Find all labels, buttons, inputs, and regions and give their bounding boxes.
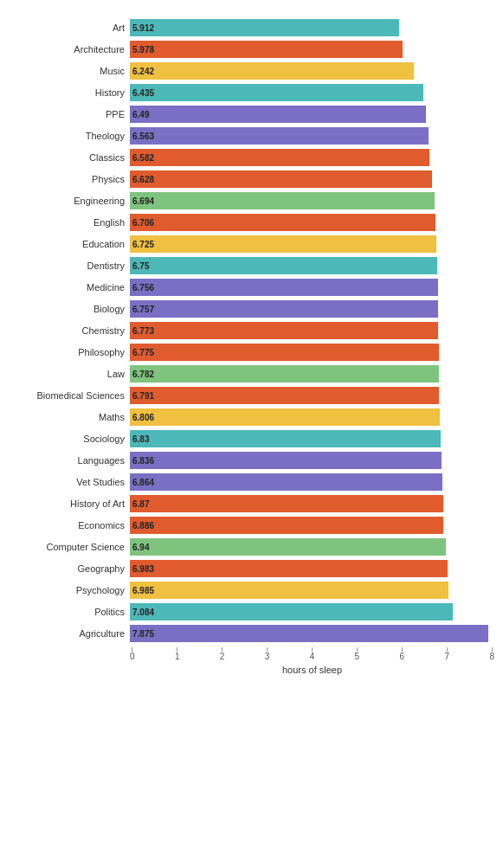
bar-wrapper: 6.94 — [130, 538, 494, 556]
bar-row: Art5.912 — [9, 17, 494, 38]
bar-row: Medicine6.756 — [9, 277, 494, 298]
bar-value-label: 6.563 — [130, 132, 154, 141]
bar-row: Engineering6.694 — [9, 190, 494, 211]
bar-value-label: 6.435 — [130, 88, 154, 98]
bar-label: Physics — [9, 174, 130, 184]
bar: 6.806 — [130, 408, 440, 426]
bar: 6.582 — [130, 149, 429, 166]
x-axis-label: hours of sleep — [130, 665, 494, 675]
bar-wrapper: 6.757 — [130, 300, 494, 318]
bar: 6.983 — [130, 560, 448, 577]
bar-label: English — [9, 217, 130, 228]
bar-row: Law6.782 — [9, 363, 494, 384]
bar-wrapper: 5.912 — [130, 19, 494, 36]
bar-wrapper: 6.791 — [130, 387, 494, 404]
x-tick: 3 — [265, 647, 270, 661]
bar-wrapper: 6.242 — [130, 62, 494, 80]
bar-label: Geography — [9, 563, 130, 574]
bar-value-label: 6.886 — [130, 521, 154, 530]
bar-wrapper: 6.836 — [130, 452, 494, 469]
bar-label: Medicine — [9, 282, 130, 293]
bar-wrapper: 6.806 — [130, 408, 494, 426]
bar-label: Architecture — [9, 44, 130, 55]
bar: 5.978 — [130, 41, 403, 58]
x-axis-area: 012345678 hours of sleep — [9, 647, 494, 675]
bar-wrapper: 6.985 — [130, 582, 494, 599]
bar-label: Philosophy — [9, 347, 130, 357]
bar-label: Engineering — [9, 196, 130, 206]
bar-chart: Art5.912Architecture5.978Music6.242Histo… — [9, 17, 494, 644]
x-tick: 4 — [310, 647, 315, 661]
bar: 6.706 — [130, 214, 435, 231]
bar: 6.864 — [130, 473, 442, 491]
bar-label: Vet Studies — [9, 477, 130, 487]
bar-row: Biology6.757 — [9, 299, 494, 319]
bar-row: Biomedical Sciences6.791 — [9, 385, 494, 406]
bar-value-label: 6.94 — [130, 543, 149, 552]
bar-row: Vet Studies6.864 — [9, 472, 494, 492]
bar: 6.94 — [130, 538, 446, 556]
bar-wrapper: 6.75 — [130, 257, 494, 274]
bar-row: Education6.725 — [9, 234, 494, 254]
bar-value-label: 6.782 — [130, 370, 154, 379]
bar-label: Biomedical Sciences — [9, 390, 130, 401]
bar-row: Computer Science6.94 — [9, 537, 494, 557]
bar: 6.242 — [130, 62, 414, 80]
x-tick: 8 — [489, 647, 494, 661]
bar-wrapper: 6.563 — [130, 127, 494, 145]
bar-wrapper: 6.49 — [130, 106, 494, 123]
bar-row: Classics6.582 — [9, 147, 494, 168]
bar-row: Geography6.983 — [9, 558, 494, 579]
bar-wrapper: 6.435 — [130, 84, 494, 101]
bar-label: Politics — [9, 607, 130, 617]
bar-label: Dentistry — [9, 260, 130, 271]
bar-value-label: 5.978 — [130, 45, 154, 55]
bar: 6.775 — [130, 344, 439, 361]
bar-row: Chemistry6.773 — [9, 320, 494, 341]
bar-label: Chemistry — [9, 325, 130, 336]
bar: 6.694 — [130, 192, 435, 209]
bar-wrapper: 6.782 — [130, 365, 494, 383]
bar-wrapper: 7.084 — [130, 603, 494, 620]
bar-label: PPE — [9, 109, 130, 119]
bar-row: Sociology6.83 — [9, 428, 494, 449]
bar-label: Sociology — [9, 434, 130, 444]
bar-row: History6.435 — [9, 82, 494, 103]
bar-value-label: 6.756 — [130, 283, 154, 293]
bar: 6.83 — [130, 430, 441, 447]
bar: 6.75 — [130, 257, 437, 274]
bar-row: Physics6.628 — [9, 169, 494, 190]
bar: 6.791 — [130, 387, 439, 404]
bar-wrapper: 6.886 — [130, 517, 494, 534]
bar-label: Law — [9, 369, 130, 379]
bar-row: Music6.242 — [9, 61, 494, 81]
bar-value-label: 6.773 — [130, 326, 154, 336]
bar-row: Architecture5.978 — [9, 39, 494, 60]
bar-row: Languages6.836 — [9, 450, 494, 471]
bar-value-label: 6.706 — [130, 218, 154, 228]
bar-wrapper: 6.87 — [130, 495, 494, 512]
bar-wrapper: 6.773 — [130, 322, 494, 339]
bar-value-label: 6.985 — [130, 586, 154, 595]
bar-wrapper: 6.582 — [130, 149, 494, 166]
bar-row: Economics6.886 — [9, 515, 494, 536]
bar: 6.725 — [130, 235, 436, 253]
x-tick: 2 — [220, 647, 225, 661]
bar-row: History of Art6.87 — [9, 493, 494, 514]
bar-value-label: 6.775 — [130, 348, 154, 357]
bar-label: Economics — [9, 520, 130, 530]
bar-row: Maths6.806 — [9, 407, 494, 428]
bar: 6.87 — [130, 495, 443, 512]
bar-value-label: 7.875 — [130, 629, 154, 639]
bar-value-label: 6.87 — [130, 499, 149, 509]
bar-row: English6.706 — [9, 212, 494, 233]
bar: 6.782 — [130, 365, 439, 383]
bar-value-label: 6.83 — [130, 434, 149, 444]
bar-wrapper: 6.775 — [130, 344, 494, 361]
x-tick: 7 — [444, 647, 449, 661]
bar: 7.875 — [130, 625, 488, 642]
bar-label: Languages — [9, 455, 130, 466]
bar-row: PPE6.49 — [9, 104, 494, 125]
bar-value-label: 6.725 — [130, 240, 154, 249]
bar: 6.985 — [130, 582, 448, 599]
